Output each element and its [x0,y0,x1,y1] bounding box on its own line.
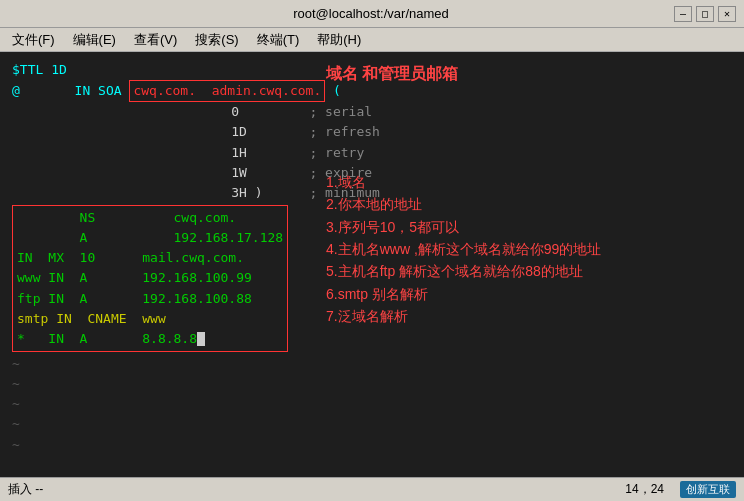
code-panel: $TTL 1D @ IN SOA cwq.com. admin.cwq.com.… [8,56,318,473]
domain-header: 域名 和管理员邮箱 [326,62,728,87]
maximize-button[interactable]: □ [696,6,714,22]
company-logo: 创新互联 [680,481,736,498]
tilde-lines: ~~~~~ [12,356,20,452]
annotation-1: 1.域名 [326,171,728,193]
menu-search[interactable]: 搜索(S) [187,29,246,51]
annotation-2: 2.你本地的地址 [326,193,728,215]
annotation-4: 4.主机名www ,解析这个域名就给你99的地址 [326,238,728,260]
ns-record: NS cwq.com. [17,210,236,225]
minimize-button[interactable]: – [674,6,692,22]
annotation-3: 3.序列号10，5都可以 [326,216,728,238]
menu-view[interactable]: 查看(V) [126,29,185,51]
smtp-record: smtp IN CNAME www [17,311,166,326]
a-record-1: A 192.168.17.128 [17,230,283,245]
mx-record: IN MX 10 mail.cwq.com. [17,250,244,265]
window-title: root@localhost:/var/named [68,6,674,21]
title-bar: root@localhost:/var/named – □ ✕ [0,0,744,28]
close-button[interactable]: ✕ [718,6,736,22]
status-bar: 插入 -- 14，24 创新互联 [0,477,744,501]
retry-line: 1H ; retry [12,145,364,160]
www-record: www IN A 192.168.100.99 [17,270,252,285]
editor-mode: 插入 -- [8,481,43,498]
cursor-position: 14，24 [625,481,664,498]
menu-edit[interactable]: 编辑(E) [65,29,124,51]
window-controls: – □ ✕ [674,6,736,22]
annotation-5: 5.主机名ftp 解析这个域名就给你88的地址 [326,260,728,282]
annotation-6: 6.smtp 别名解析 [326,283,728,305]
annotations-panel: 域名 和管理员邮箱 1.域名 2.你本地的地址 3.序列号10，5都可以 4.主… [318,56,736,473]
menu-file[interactable]: 文件(F) [4,29,63,51]
editor-area[interactable]: $TTL 1D @ IN SOA cwq.com. admin.cwq.com.… [0,52,744,477]
annotation-7: 7.泛域名解析 [326,305,728,327]
status-right: 14，24 创新互联 [625,481,736,498]
ftp-record: ftp IN A 192.168.100.88 [17,291,252,306]
soa-highlight: cwq.com. admin.cwq.com. [129,80,325,102]
editor-content: $TTL 1D @ IN SOA cwq.com. admin.cwq.com.… [0,52,744,477]
wildcard-record: * IN A 8.8.8.8 [17,331,205,346]
menu-help[interactable]: 帮助(H) [309,29,369,51]
soa-line: @ IN SOA cwq.com. admin.cwq.com. ( [12,83,341,98]
menu-bar: 文件(F) 编辑(E) 查看(V) 搜索(S) 终端(T) 帮助(H) [0,28,744,52]
ttl-line: $TTL 1D [12,62,67,77]
menu-terminal[interactable]: 终端(T) [249,29,308,51]
